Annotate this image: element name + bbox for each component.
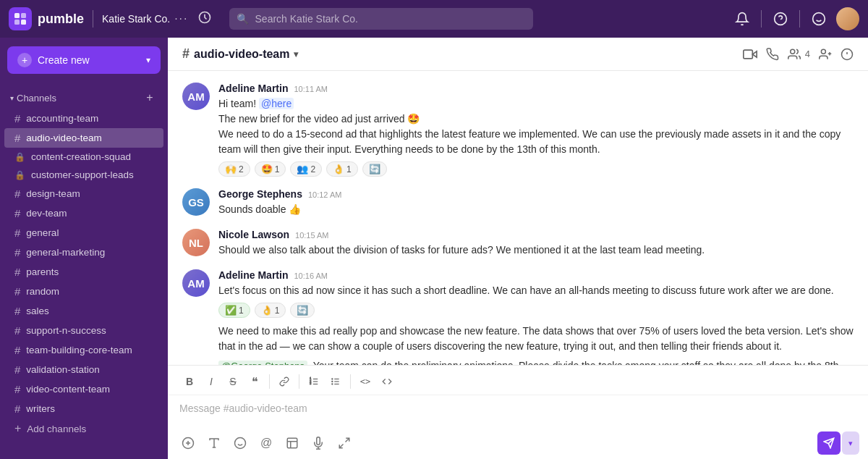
msg-author-1: Adeline Martin	[218, 83, 288, 94]
workspace-name[interactable]: Katie Stark Co. ···	[102, 12, 189, 25]
sidebar-item-content-creation-squad[interactable]: 🔒content-creation-squad	[4, 148, 163, 166]
avatar-adeline-4: AM	[182, 269, 210, 297]
avatar[interactable]	[836, 7, 859, 30]
channel-name: validation-station	[26, 364, 99, 375]
format-button[interactable]	[203, 431, 226, 455]
create-chevron-icon: ▾	[146, 55, 150, 65]
help-icon[interactable]	[769, 7, 792, 30]
sidebar-item-team-building-core-team[interactable]: #team-building-core-team	[4, 340, 163, 360]
svg-point-7	[813, 13, 825, 25]
sidebar-item-video-content-team[interactable]: #video-content-team	[4, 379, 163, 399]
chat-header: # audio-video-team ▾	[168, 38, 868, 71]
ordered-list-button[interactable]: 1 2 3	[304, 371, 324, 392]
italic-button[interactable]: I	[201, 371, 221, 392]
reaction-1-3[interactable]: 👥2	[290, 161, 322, 177]
channel-title: # audio-video-team ▾	[182, 46, 298, 62]
unordered-list-button[interactable]	[326, 371, 346, 392]
channel-name: random	[26, 286, 59, 297]
sidebar-item-support-n-success[interactable]: #support-n-success	[4, 321, 163, 340]
audio-button[interactable]	[307, 431, 330, 455]
members-count[interactable]: 4	[788, 48, 810, 61]
sidebar-item-writers[interactable]: #writers	[4, 399, 163, 418]
message-input[interactable]: Message #audio-video-team	[168, 395, 868, 427]
sidebar-item-random[interactable]: #random	[4, 282, 163, 301]
message-4: AM Adeline Martin 10:16 AM Let's focus o…	[182, 269, 854, 365]
search-icon: 🔍	[237, 13, 249, 25]
send-dropdown-button[interactable]: ▾	[842, 431, 859, 455]
hash-icon: #	[14, 207, 20, 219]
reaction-1-4[interactable]: 👌1	[326, 161, 358, 177]
svg-text:3: 3	[310, 382, 311, 385]
reaction-4-3[interactable]: 🔄	[290, 303, 315, 318]
search-input[interactable]	[229, 8, 533, 30]
lock-icon: 🔒	[14, 152, 25, 162]
channel-chevron-icon[interactable]: ▾	[294, 49, 298, 59]
workspace-options[interactable]: ···	[174, 12, 188, 25]
message-2: GS George Stephens 10:12 AM Sounds doabl…	[182, 188, 854, 217]
msg-text-1c: We need to do a 15-second ad that highli…	[218, 127, 854, 157]
msg-content-2: George Stephens 10:12 AM Sounds doable 👍	[218, 188, 854, 217]
video-call-icon[interactable]	[743, 47, 757, 62]
sidebar-item-customer-support-leads[interactable]: 🔒customer-support-leads	[4, 166, 163, 184]
reaction-4-1[interactable]: ✅1	[218, 303, 250, 318]
svg-point-30	[332, 384, 333, 384]
mention-button[interactable]: @	[255, 431, 278, 455]
add-member-icon[interactable]	[819, 48, 832, 61]
sidebar-item-validation-station[interactable]: #validation-station	[4, 360, 163, 379]
msg-text-4a: Let's focus on this ad now since it has …	[218, 283, 854, 298]
strikethrough-button[interactable]: S	[223, 371, 243, 392]
info-icon[interactable]	[841, 48, 854, 61]
history-button[interactable]	[197, 10, 212, 28]
channels-list: #accounting-team#audio-video-team🔒conten…	[0, 109, 168, 418]
voice-call-icon[interactable]	[766, 48, 779, 61]
notifications-icon[interactable]	[731, 7, 754, 30]
channel-name: dev-team	[26, 208, 67, 219]
send-button[interactable]	[817, 431, 841, 455]
attach-button[interactable]	[176, 431, 200, 455]
code-block-button[interactable]	[377, 371, 397, 392]
channel-name: design-team	[26, 188, 80, 199]
bold-button[interactable]: B	[179, 371, 200, 392]
channels-header[interactable]: ▾ Channels +	[0, 87, 168, 109]
quote-button[interactable]: ❝	[244, 371, 265, 392]
reaction-1-1[interactable]: 🙌2	[218, 161, 250, 177]
message-3: NL Nicole Lawson 10:15 AM Should we also…	[182, 229, 854, 258]
msg-author-4: Adeline Martin	[218, 269, 288, 281]
reaction-1-2[interactable]: 🤩1	[255, 161, 286, 177]
svg-rect-2	[14, 20, 20, 25]
svg-point-28	[332, 379, 333, 379]
create-new-button[interactable]: + Create new ▾	[7, 46, 161, 74]
gif-button[interactable]	[281, 431, 304, 455]
reaction-4-2[interactable]: 👌1	[255, 303, 286, 318]
hash-icon: #	[14, 363, 20, 376]
msg-author-2: George Stephens	[218, 188, 302, 200]
sidebar-item-general[interactable]: #general	[4, 223, 163, 243]
sidebar-item-sales[interactable]: #sales	[4, 301, 163, 321]
expand-button[interactable]	[333, 431, 356, 455]
sidebar-item-design-team[interactable]: #design-team	[4, 184, 163, 203]
svg-point-13	[821, 49, 825, 54]
sidebar-item-accounting-team[interactable]: #accounting-team	[4, 109, 163, 128]
svg-rect-11	[744, 50, 753, 59]
channel-name: general	[26, 227, 59, 238]
avatar-george-2: GS	[182, 188, 210, 216]
hash-icon: #	[14, 246, 20, 258]
sidebar-item-general-marketing[interactable]: #general-marketing	[4, 243, 163, 262]
code-button[interactable]: <>	[355, 371, 375, 392]
sidebar-item-dev-team[interactable]: #dev-team	[4, 203, 163, 223]
hash-icon: #	[14, 266, 20, 278]
svg-point-36	[235, 438, 246, 449]
composer-toolbar: B I S ❝ 1 2 3	[168, 366, 868, 395]
emoji-button[interactable]	[229, 431, 252, 455]
sidebar-item-parents[interactable]: #parents	[4, 262, 163, 282]
add-channels-item[interactable]: + Add channels	[4, 418, 163, 439]
channel-name: sales	[26, 306, 49, 316]
msg-text-1b: The new brief for the video ad just arri…	[218, 111, 854, 127]
hash-icon: #	[14, 132, 20, 144]
sidebar-item-audio-video-team[interactable]: #audio-video-team	[4, 128, 163, 148]
add-channel-icon[interactable]: +	[142, 90, 158, 106]
search-bar[interactable]: 🔍	[229, 8, 533, 30]
emoji-icon[interactable]	[807, 7, 830, 30]
reaction-1-5[interactable]: 🔄	[362, 161, 387, 177]
link-button[interactable]	[274, 371, 294, 392]
